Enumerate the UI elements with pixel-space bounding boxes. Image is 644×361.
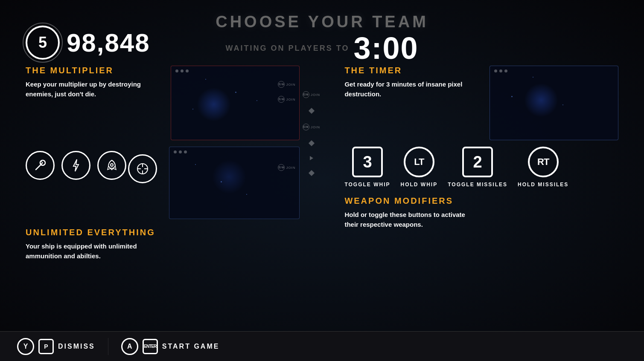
left-top-row: THE MULTIPLIER Keep your multiplier up b… [26, 66, 300, 140]
toggle-missiles-btn[interactable]: 2 [462, 147, 493, 177]
timer-desc: Get ready for 3 minutes of insane pixel … [344, 80, 472, 99]
left-panel: THE MULTIPLIER Keep your multiplier up b… [26, 66, 300, 261]
bottom-bar: Y P DISMISS A ENTER START GAME [0, 331, 644, 361]
target-icon-btn [128, 154, 157, 183]
dismiss-square-btn[interactable]: P [38, 339, 54, 354]
start-square-btn[interactable]: ENTER [143, 339, 158, 354]
dismiss-circle-btn[interactable]: Y [17, 338, 34, 355]
controls-row: 3 TOGGLE WHIP LT HOLD WHIP 2 TOGGLE M [344, 147, 618, 188]
arena-dots [175, 69, 189, 72]
waiting-text: WAITING ON PLAYERS TO [225, 44, 349, 53]
target-icon [135, 161, 150, 176]
timer-info: THE TIMER Get ready for 3 minutes of ins… [344, 66, 481, 140]
unlimited-info: UNLIMITED EVERYTHING Your ship is equipp… [26, 228, 300, 261]
wrench-icon-btn [26, 151, 55, 180]
countdown-timer: 3:00 [353, 33, 418, 64]
center-connectors: E/⊕ JOIN E/⊕ JOIN [300, 66, 323, 261]
toggle-missiles-label: TOGGLE MISSILES [448, 182, 507, 188]
arena-panel-top-left: E/⊕ JOIN E/⊕ JOIN [171, 66, 300, 140]
arena-dots-2 [174, 150, 187, 153]
dismiss-group: Y P DISMISS [17, 338, 95, 355]
right-top-row: THE TIMER Get ready for 3 minutes of ins… [344, 66, 618, 140]
toggle-whip-label: TOGGLE WHIP [344, 182, 390, 188]
toggle-whip-control: 3 TOGGLE WHIP [344, 147, 390, 188]
hold-whip-label: HOLD WHIP [401, 182, 438, 188]
rocket-icon-btn [97, 151, 126, 180]
weapon-icons-row [26, 151, 126, 180]
weapon-modifiers-info: WEAPON MODIFIERS Hold or toggle these bu… [344, 196, 618, 229]
join-slot-2: E/⊕ JOIN [278, 96, 295, 103]
connector-diamond-1 [308, 108, 314, 114]
lightning-icon-btn [61, 151, 90, 180]
main-content-area: THE MULTIPLIER Keep your multiplier up b… [0, 66, 644, 261]
timer-title: THE TIMER [344, 66, 481, 75]
weapon-section [26, 147, 126, 184]
hold-whip-control: LT HOLD WHIP [401, 147, 438, 188]
start-label: START GAME [162, 343, 220, 350]
page-title: CHOOSE YOUR TEAM [0, 13, 644, 31]
connector-arrow [310, 156, 313, 160]
wrench-icon [32, 158, 48, 173]
toggle-whip-btn[interactable]: 3 [352, 147, 383, 177]
join-slot-1: E/⊕ JOIN [278, 81, 295, 88]
hold-missiles-btn[interactable]: RT [528, 147, 559, 177]
arena-panel-top-right [490, 66, 618, 140]
connector-1: E/⊕ JOIN [303, 91, 320, 98]
multiplier-info: THE MULTIPLIER Keep your multiplier up b… [26, 66, 162, 140]
svg-marker-1 [73, 159, 79, 171]
multiplier-desc: Keep your multiplier up by destroying en… [26, 80, 154, 99]
toggle-missiles-control: 2 TOGGLE MISSILES [448, 147, 507, 188]
arena-panel-bottom-left: E/⊕ JOIN [169, 147, 300, 219]
weapon-modifiers-desc: Hold or toggle these buttons to activate… [344, 210, 472, 229]
hold-missiles-label: HOLD MISSILES [518, 182, 568, 188]
left-bottom-row: E/⊕ JOIN [26, 147, 300, 219]
rocket-icon [104, 158, 119, 173]
multiplier-title: THE MULTIPLIER [26, 66, 162, 75]
waiting-row: WAITING ON PLAYERS TO 3:00 [0, 33, 644, 64]
svg-point-2 [111, 164, 113, 166]
hold-missiles-control: RT HOLD MISSILES [518, 147, 568, 188]
join-slot-3: E/⊕ JOIN [278, 164, 295, 171]
unlimited-title: UNLIMITED EVERYTHING [26, 228, 300, 237]
hold-whip-btn[interactable]: LT [404, 147, 434, 177]
arena-dots-3 [494, 69, 507, 72]
connector-2: E/⊕ JOIN [303, 124, 320, 130]
weapon-modifiers-title: WEAPON MODIFIERS [344, 196, 618, 206]
bottom-separator [108, 338, 108, 355]
start-group: A ENTER START GAME [121, 338, 220, 355]
header: CHOOSE YOUR TEAM WAITING ON PLAYERS TO 3… [0, 0, 644, 64]
main-content: 5 98,848 CHOOSE YOUR TEAM WAITING ON PLA… [0, 0, 644, 361]
dismiss-label: DISMISS [58, 343, 95, 350]
start-circle-btn[interactable]: A [121, 338, 138, 355]
unlimited-desc: Your ship is equipped with unlimited amm… [26, 242, 154, 261]
lightning-icon [68, 158, 84, 173]
connector-diamond-2 [308, 140, 314, 146]
right-panel: THE TIMER Get ready for 3 minutes of ins… [344, 66, 618, 261]
connector-diamond-3 [308, 170, 314, 176]
